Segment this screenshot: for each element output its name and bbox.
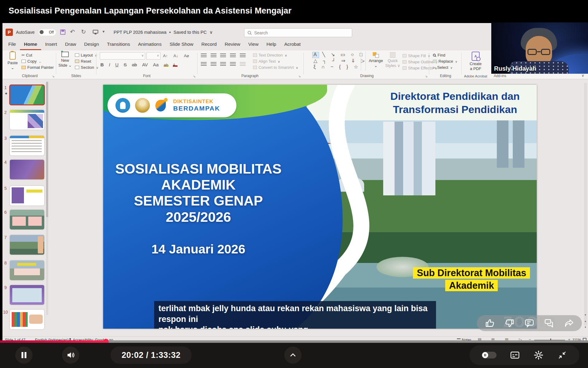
select-button[interactable]: ▻ Select ∨: [433, 65, 453, 70]
shapes-gallery[interactable]: A ╲ ↘ ▭ ○ □ △ ┐ ┘ ⇒ ⇓ ▷ ξ ∩ ~ { } ☆: [313, 52, 360, 70]
text-shadow-button[interactable]: ab: [132, 62, 137, 67]
tab-acrobat[interactable]: Acrobat: [280, 39, 305, 50]
clear-formatting-button[interactable]: A⌀: [184, 53, 189, 58]
chat-bubbles-icon[interactable]: [544, 318, 554, 328]
slide-thumbnail-7[interactable]: [10, 235, 44, 255]
tab-help[interactable]: Help: [263, 39, 280, 50]
align-left-icon[interactable]: [201, 62, 207, 66]
pause-button[interactable]: [15, 346, 33, 364]
slide-thumbnail-1[interactable]: [10, 85, 44, 105]
align-text-button[interactable]: Align Text ∨: [253, 59, 280, 64]
collapse-player-icon[interactable]: [557, 350, 567, 360]
autoplay-toggle[interactable]: [482, 352, 496, 358]
autosave-toggle[interactable]: Off: [39, 29, 56, 36]
tab-view[interactable]: View: [244, 39, 263, 50]
collapse-ribbon-icon[interactable]: ∨: [581, 73, 584, 78]
font-dialog-launcher[interactable]: ⇘: [193, 75, 196, 78]
tab-slide-show[interactable]: Slide Show: [165, 39, 197, 50]
shrink-font-button[interactable]: A↓: [173, 53, 178, 58]
start-presentation-icon[interactable]: [93, 30, 98, 33]
replace-button[interactable]: Replace ∨: [433, 59, 458, 64]
slide-thumbnail-3[interactable]: [10, 136, 44, 155]
clipboard-dialog-launcher[interactable]: ⇘: [52, 75, 55, 78]
slide-thumbnail-10[interactable]: [10, 310, 44, 329]
tab-record[interactable]: Record: [197, 39, 221, 50]
settings-gear-icon[interactable]: [533, 350, 544, 360]
search-box[interactable]: [244, 28, 352, 37]
shapes-row-3[interactable]: ξ ∩ ~ { } ☆: [313, 64, 360, 70]
undo-icon[interactable]: ↶: [70, 28, 75, 35]
slide-thumbnail-9[interactable]: [10, 285, 44, 305]
line-spacing-icon[interactable]: [240, 53, 246, 57]
search-input[interactable]: [254, 30, 340, 35]
tab-transitions[interactable]: Transitions: [103, 39, 134, 50]
tab-animations[interactable]: Animations: [134, 39, 165, 50]
tab-file[interactable]: File: [4, 39, 20, 50]
underline-button[interactable]: U: [115, 62, 119, 67]
bold-button[interactable]: B: [100, 62, 104, 67]
shapes-more-button[interactable]: ⌄: [361, 52, 366, 71]
columns-icon[interactable]: [240, 62, 246, 66]
shapes-row-1[interactable]: A ╲ ↘ ▭ ○ □: [313, 52, 360, 58]
numbering-icon[interactable]: [211, 53, 216, 57]
shapes-row-2[interactable]: △ ┐ ┘ ⇒ ⇓ ▷: [313, 58, 360, 64]
saved-status-chevron-icon[interactable]: ∨: [209, 30, 213, 35]
expand-controls-button[interactable]: [284, 346, 302, 364]
slide-canvas[interactable]: DIKTISAINTEK BERDAMPAK Direktorat Pendid…: [103, 85, 537, 329]
tab-home[interactable]: Home: [20, 39, 41, 50]
paste-dropdown-icon[interactable]: ⌄: [11, 65, 14, 70]
bullets-icon[interactable]: [201, 53, 207, 57]
tab-insert[interactable]: Insert: [41, 39, 61, 50]
slide-navigation-arrows[interactable]: ▾▴▾: [583, 312, 587, 330]
shape-fill-button[interactable]: Shape Fill ∨: [403, 53, 430, 58]
text-direction-button[interactable]: Text Direction ∨: [253, 53, 287, 57]
share-icon[interactable]: [564, 318, 574, 328]
section-button[interactable]: Section ∨: [75, 65, 98, 70]
thumbs-down-icon[interactable]: [504, 318, 515, 328]
justify-icon[interactable]: [230, 62, 236, 66]
font-color-icon[interactable]: A: [173, 63, 177, 67]
slide-thumbnail-5[interactable]: [10, 186, 44, 206]
slide-thumbnail-2[interactable]: [10, 110, 44, 130]
reset-button[interactable]: Reset: [75, 59, 91, 64]
saved-status[interactable]: Saved to this PC: [173, 30, 207, 35]
new-slide-button[interactable]: New Slide ⌄: [57, 52, 73, 68]
save-icon[interactable]: [60, 29, 65, 35]
strikethrough-button[interactable]: S: [124, 62, 127, 67]
slide-area-scrollbar[interactable]: [584, 83, 587, 326]
arrange-button[interactable]: Arrange ⌄: [368, 52, 384, 68]
video-progress-bar[interactable]: [0, 340, 588, 343]
thumbnail-panel-scrollbar[interactable]: [46, 82, 48, 315]
customize-qat-icon[interactable]: ▾: [103, 29, 105, 34]
format-painter-button[interactable]: Format Painter: [21, 65, 54, 70]
paragraph-dialog-launcher[interactable]: ⇘: [298, 75, 301, 78]
redo-icon[interactable]: ↻: [81, 28, 86, 35]
copy-button[interactable]: Copy ⌄: [21, 59, 41, 64]
tab-review[interactable]: Review: [221, 39, 244, 50]
align-center-icon[interactable]: [211, 62, 216, 66]
thumbs-up-icon[interactable]: [485, 318, 495, 328]
drawing-dialog-launcher[interactable]: ⇘: [425, 75, 428, 78]
decrease-indent-icon[interactable]: [220, 53, 226, 57]
powerpoint-app-icon[interactable]: P: [6, 29, 13, 36]
create-pdf-button[interactable]: A Create a PDF: [467, 52, 484, 71]
character-spacing-button[interactable]: AV: [142, 62, 148, 67]
captions-icon[interactable]: [510, 350, 520, 360]
increase-indent-icon[interactable]: [230, 53, 236, 57]
paste-button[interactable]: Paste ⌄: [6, 52, 20, 70]
layout-button[interactable]: Layout ∨: [75, 53, 97, 57]
italic-button[interactable]: I: [109, 62, 110, 67]
slide-thumbnail-8[interactable]: [10, 260, 44, 280]
tab-design[interactable]: Design: [80, 39, 103, 50]
change-case-button[interactable]: Aa: [153, 62, 158, 67]
font-size-dropdown[interactable]: ∨: [146, 52, 161, 60]
quick-styles-button[interactable]: Quick Styles ∨: [385, 52, 401, 68]
cut-button[interactable]: ✂ Cut: [21, 53, 32, 57]
align-right-icon[interactable]: [220, 62, 226, 66]
convert-smartart-button[interactable]: Convert to SmartArt ∨: [253, 65, 298, 70]
slide-thumbnail-6[interactable]: [10, 210, 44, 229]
grow-font-button[interactable]: A↑: [163, 53, 168, 58]
volume-button[interactable]: [62, 346, 79, 364]
copy-dropdown-icon[interactable]: ⌄: [39, 60, 41, 63]
comment-icon[interactable]: [524, 318, 535, 328]
